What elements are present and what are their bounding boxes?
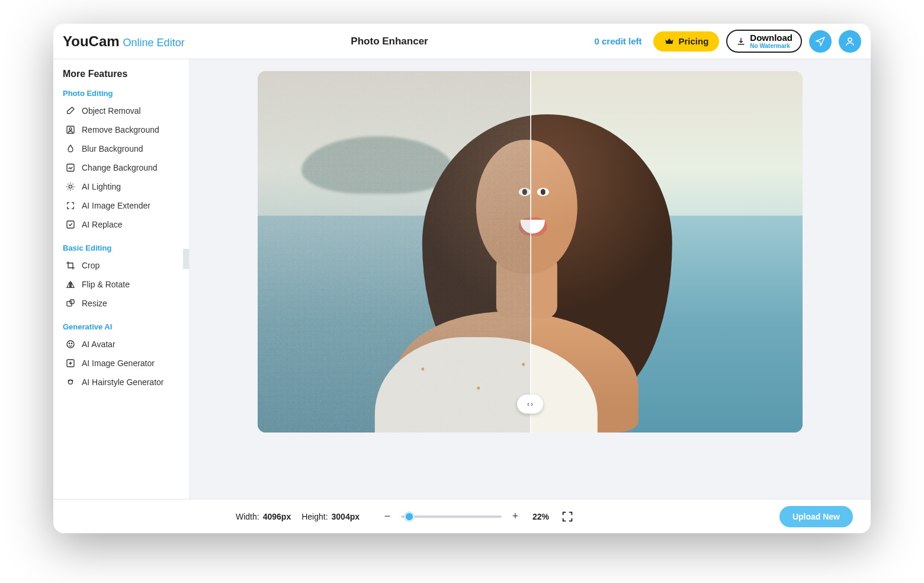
share-button[interactable] [809, 30, 832, 53]
svg-rect-5 [67, 221, 74, 228]
sidebar-item-label: Object Removal [82, 106, 141, 116]
sidebar-item-label: Change Background [82, 163, 158, 172]
sidebar-item-ai-lighting[interactable]: AI Lighting [63, 177, 184, 196]
minus-icon: − [384, 510, 391, 523]
logo-main: YouCam [63, 33, 120, 50]
zoom-in-button[interactable]: + [510, 511, 521, 522]
sidebar-item-label: Crop [82, 261, 100, 270]
zoom-slider[interactable] [401, 515, 502, 518]
sidebar-item-label: AI Avatar [82, 339, 116, 349]
svg-point-0 [848, 38, 852, 41]
plus-icon: + [512, 510, 519, 523]
chevron-right-icon: › [531, 400, 533, 408]
height-value: 3004px [332, 512, 360, 521]
svg-point-4 [69, 185, 72, 188]
chevron-left-icon: ‹ [189, 254, 190, 264]
zoom-controls: − + 22% [382, 510, 574, 523]
sidebar-heading-generative-ai: Generative AI [63, 322, 184, 331]
flip-icon [65, 279, 76, 290]
sidebar: More Features Photo Editing Object Remov… [53, 59, 190, 499]
sidebar-item-flip-rotate[interactable]: Flip & Rotate [63, 275, 184, 294]
sidebar-item-resize[interactable]: Resize [63, 294, 184, 313]
width-value: 4096px [263, 512, 291, 521]
svg-point-2 [69, 128, 72, 130]
sidebar-item-object-removal[interactable]: Object Removal [63, 101, 184, 120]
hair-icon [65, 377, 76, 387]
sidebar-item-label: Resize [82, 299, 107, 308]
crown-icon [664, 36, 675, 47]
sidebar-heading-photo-editing: Photo Editing [63, 89, 184, 98]
account-button[interactable] [839, 30, 861, 53]
sidebar-item-label: AI Image Extender [82, 201, 150, 210]
body: More Features Photo Editing Object Remov… [53, 59, 871, 499]
sidebar-item-label: Flip & Rotate [82, 280, 130, 289]
width-label: Width: [236, 512, 259, 521]
pricing-button[interactable]: Pricing [653, 31, 719, 52]
sidebar-item-remove-background[interactable]: Remove Background [63, 120, 184, 139]
svg-point-8 [67, 341, 74, 348]
paper-plane-icon [815, 36, 826, 47]
sidebar-item-ai-avatar[interactable]: AI Avatar [63, 335, 184, 354]
sidebar-heading-basic-editing: Basic Editing [63, 244, 184, 252]
logo-sub: Online Editor [123, 37, 185, 49]
sun-icon [65, 181, 76, 192]
sidebar-collapse-toggle[interactable]: ‹ [183, 249, 190, 269]
page-title: Photo Enhancer [192, 36, 588, 47]
chevron-left-icon: ‹ [527, 400, 530, 408]
svg-point-10 [71, 343, 72, 344]
sidebar-item-crop[interactable]: Crop [63, 256, 184, 275]
height-label: Height: [301, 512, 328, 521]
svg-rect-7 [70, 300, 74, 304]
fullscreen-button[interactable] [561, 510, 574, 523]
footer: Width: 4096px Height: 3004px − + 22% Upl… [53, 499, 871, 533]
resize-icon [65, 298, 76, 309]
sidebar-item-ai-replace[interactable]: AI Replace [63, 215, 184, 234]
sidebar-item-label: Remove Background [82, 125, 159, 134]
swap-icon [65, 162, 76, 173]
sidebar-title: More Features [63, 69, 184, 79]
download-button[interactable]: Download No Watermark [726, 30, 802, 53]
zoom-slider-thumb[interactable] [404, 511, 415, 522]
droplet-icon [65, 143, 76, 154]
eraser-icon [65, 105, 76, 116]
download-label: Download [750, 33, 793, 43]
avatar-icon [65, 339, 76, 350]
sidebar-item-blur-background[interactable]: Blur Background [63, 139, 184, 158]
svg-rect-3 [67, 164, 74, 171]
sidebar-item-ai-image-extender[interactable]: AI Image Extender [63, 196, 184, 215]
gen-icon [65, 358, 76, 369]
compare-slider-handle[interactable]: ‹ › [517, 395, 543, 414]
sidebar-item-label: AI Hairstyle Generator [82, 377, 164, 387]
header: YouCam Online Editor Photo Enhancer 0 cr… [53, 24, 871, 59]
image-canvas[interactable]: ‹ › [258, 71, 803, 433]
zoom-value: 22% [532, 512, 549, 521]
sidebar-item-ai-image-generator[interactable]: AI Image Generator [63, 354, 184, 373]
credit-text[interactable]: 0 credit left [594, 36, 641, 46]
upload-label: Upload New [793, 512, 840, 521]
zoom-out-button[interactable]: − [382, 511, 393, 522]
download-sublabel: No Watermark [750, 43, 793, 49]
download-icon [736, 36, 746, 47]
sidebar-item-ai-hairstyle-generator[interactable]: AI Hairstyle Generator [63, 373, 184, 392]
cutout-icon [65, 124, 76, 135]
sidebar-item-label: Blur Background [82, 144, 143, 153]
svg-point-12 [69, 380, 73, 385]
sidebar-item-change-background[interactable]: Change Background [63, 158, 184, 177]
compare-divider[interactable] [530, 71, 531, 433]
sidebar-item-label: AI Replace [82, 220, 122, 229]
expand-icon [65, 200, 76, 211]
pricing-label: Pricing [678, 36, 708, 46]
replace-icon [65, 219, 76, 230]
upload-new-button[interactable]: Upload New [779, 506, 853, 527]
logo[interactable]: YouCam Online Editor [63, 33, 185, 50]
crop-icon [65, 260, 76, 271]
canvas-area: ‹ › [190, 59, 871, 499]
sidebar-item-label: AI Image Generator [82, 358, 155, 368]
svg-point-9 [69, 343, 69, 344]
sidebar-item-label: AI Lighting [82, 182, 121, 191]
user-icon [845, 36, 855, 47]
